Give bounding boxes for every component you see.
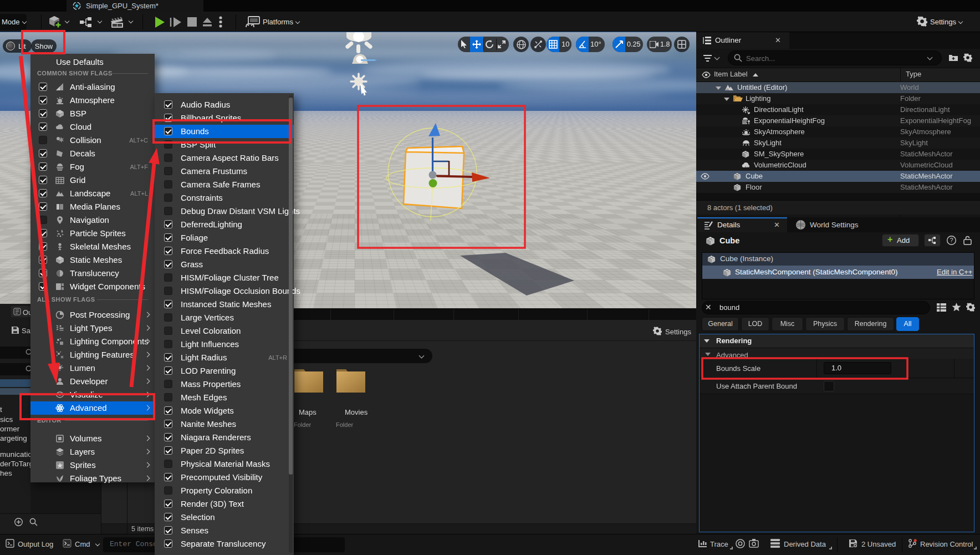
svg-text:?: ? [950, 237, 953, 243]
